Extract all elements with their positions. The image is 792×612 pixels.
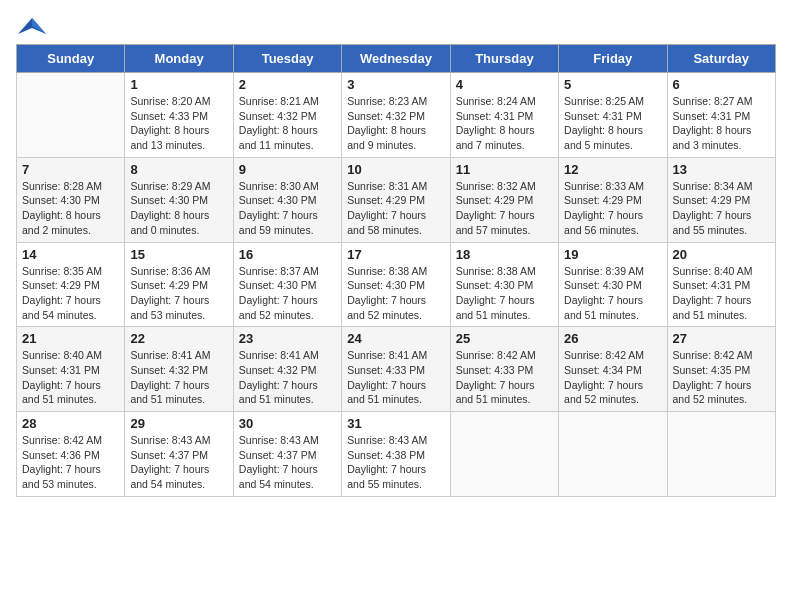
day-cell: 13Sunrise: 8:34 AMSunset: 4:29 PMDayligh…: [667, 157, 775, 242]
day-cell: 27Sunrise: 8:42 AMSunset: 4:35 PMDayligh…: [667, 327, 775, 412]
day-number: 2: [239, 77, 336, 92]
day-number: 4: [456, 77, 553, 92]
day-number: 27: [673, 331, 770, 346]
col-header-tuesday: Tuesday: [233, 45, 341, 73]
day-cell: 18Sunrise: 8:38 AMSunset: 4:30 PMDayligh…: [450, 242, 558, 327]
day-cell: 9Sunrise: 8:30 AMSunset: 4:30 PMDaylight…: [233, 157, 341, 242]
day-cell: 2Sunrise: 8:21 AMSunset: 4:32 PMDaylight…: [233, 73, 341, 158]
day-number: 5: [564, 77, 661, 92]
day-cell: 3Sunrise: 8:23 AMSunset: 4:32 PMDaylight…: [342, 73, 450, 158]
day-cell: 22Sunrise: 8:41 AMSunset: 4:32 PMDayligh…: [125, 327, 233, 412]
day-cell: 20Sunrise: 8:40 AMSunset: 4:31 PMDayligh…: [667, 242, 775, 327]
day-cell: 1Sunrise: 8:20 AMSunset: 4:33 PMDaylight…: [125, 73, 233, 158]
day-number: 25: [456, 331, 553, 346]
day-cell: 7Sunrise: 8:28 AMSunset: 4:30 PMDaylight…: [17, 157, 125, 242]
day-info: Sunrise: 8:43 AMSunset: 4:38 PMDaylight:…: [347, 433, 444, 492]
week-row-2: 7Sunrise: 8:28 AMSunset: 4:30 PMDaylight…: [17, 157, 776, 242]
day-info: Sunrise: 8:35 AMSunset: 4:29 PMDaylight:…: [22, 264, 119, 323]
day-info: Sunrise: 8:37 AMSunset: 4:30 PMDaylight:…: [239, 264, 336, 323]
day-info: Sunrise: 8:40 AMSunset: 4:31 PMDaylight:…: [22, 348, 119, 407]
day-number: 31: [347, 416, 444, 431]
day-info: Sunrise: 8:33 AMSunset: 4:29 PMDaylight:…: [564, 179, 661, 238]
week-row-4: 21Sunrise: 8:40 AMSunset: 4:31 PMDayligh…: [17, 327, 776, 412]
day-number: 28: [22, 416, 119, 431]
day-cell: 21Sunrise: 8:40 AMSunset: 4:31 PMDayligh…: [17, 327, 125, 412]
day-cell: 16Sunrise: 8:37 AMSunset: 4:30 PMDayligh…: [233, 242, 341, 327]
day-cell: 25Sunrise: 8:42 AMSunset: 4:33 PMDayligh…: [450, 327, 558, 412]
day-number: 21: [22, 331, 119, 346]
day-info: Sunrise: 8:38 AMSunset: 4:30 PMDaylight:…: [456, 264, 553, 323]
day-number: 26: [564, 331, 661, 346]
day-cell: 17Sunrise: 8:38 AMSunset: 4:30 PMDayligh…: [342, 242, 450, 327]
logo: [16, 16, 46, 34]
day-info: Sunrise: 8:31 AMSunset: 4:29 PMDaylight:…: [347, 179, 444, 238]
day-number: 17: [347, 247, 444, 262]
day-info: Sunrise: 8:20 AMSunset: 4:33 PMDaylight:…: [130, 94, 227, 153]
day-number: 11: [456, 162, 553, 177]
week-row-3: 14Sunrise: 8:35 AMSunset: 4:29 PMDayligh…: [17, 242, 776, 327]
day-number: 14: [22, 247, 119, 262]
day-info: Sunrise: 8:36 AMSunset: 4:29 PMDaylight:…: [130, 264, 227, 323]
day-cell: 5Sunrise: 8:25 AMSunset: 4:31 PMDaylight…: [559, 73, 667, 158]
week-row-5: 28Sunrise: 8:42 AMSunset: 4:36 PMDayligh…: [17, 412, 776, 497]
day-number: 24: [347, 331, 444, 346]
day-cell: [667, 412, 775, 497]
day-cell: 6Sunrise: 8:27 AMSunset: 4:31 PMDaylight…: [667, 73, 775, 158]
day-number: 12: [564, 162, 661, 177]
day-number: 3: [347, 77, 444, 92]
day-cell: 26Sunrise: 8:42 AMSunset: 4:34 PMDayligh…: [559, 327, 667, 412]
col-header-monday: Monday: [125, 45, 233, 73]
day-info: Sunrise: 8:41 AMSunset: 4:33 PMDaylight:…: [347, 348, 444, 407]
day-cell: 19Sunrise: 8:39 AMSunset: 4:30 PMDayligh…: [559, 242, 667, 327]
day-cell: [559, 412, 667, 497]
day-number: 18: [456, 247, 553, 262]
day-info: Sunrise: 8:42 AMSunset: 4:33 PMDaylight:…: [456, 348, 553, 407]
day-number: 30: [239, 416, 336, 431]
day-info: Sunrise: 8:25 AMSunset: 4:31 PMDaylight:…: [564, 94, 661, 153]
day-cell: 24Sunrise: 8:41 AMSunset: 4:33 PMDayligh…: [342, 327, 450, 412]
week-row-1: 1Sunrise: 8:20 AMSunset: 4:33 PMDaylight…: [17, 73, 776, 158]
day-info: Sunrise: 8:41 AMSunset: 4:32 PMDaylight:…: [130, 348, 227, 407]
day-info: Sunrise: 8:30 AMSunset: 4:30 PMDaylight:…: [239, 179, 336, 238]
day-info: Sunrise: 8:23 AMSunset: 4:32 PMDaylight:…: [347, 94, 444, 153]
page-header: [16, 16, 776, 34]
day-cell: [450, 412, 558, 497]
day-number: 9: [239, 162, 336, 177]
day-cell: 12Sunrise: 8:33 AMSunset: 4:29 PMDayligh…: [559, 157, 667, 242]
day-number: 10: [347, 162, 444, 177]
day-number: 7: [22, 162, 119, 177]
day-info: Sunrise: 8:43 AMSunset: 4:37 PMDaylight:…: [130, 433, 227, 492]
day-info: Sunrise: 8:34 AMSunset: 4:29 PMDaylight:…: [673, 179, 770, 238]
day-info: Sunrise: 8:40 AMSunset: 4:31 PMDaylight:…: [673, 264, 770, 323]
day-cell: 29Sunrise: 8:43 AMSunset: 4:37 PMDayligh…: [125, 412, 233, 497]
day-info: Sunrise: 8:43 AMSunset: 4:37 PMDaylight:…: [239, 433, 336, 492]
day-cell: 30Sunrise: 8:43 AMSunset: 4:37 PMDayligh…: [233, 412, 341, 497]
day-cell: 14Sunrise: 8:35 AMSunset: 4:29 PMDayligh…: [17, 242, 125, 327]
day-info: Sunrise: 8:42 AMSunset: 4:35 PMDaylight:…: [673, 348, 770, 407]
day-number: 20: [673, 247, 770, 262]
day-info: Sunrise: 8:24 AMSunset: 4:31 PMDaylight:…: [456, 94, 553, 153]
day-number: 1: [130, 77, 227, 92]
day-info: Sunrise: 8:42 AMSunset: 4:36 PMDaylight:…: [22, 433, 119, 492]
calendar-header-row: SundayMondayTuesdayWednesdayThursdayFrid…: [17, 45, 776, 73]
col-header-friday: Friday: [559, 45, 667, 73]
day-number: 22: [130, 331, 227, 346]
day-number: 19: [564, 247, 661, 262]
day-info: Sunrise: 8:32 AMSunset: 4:29 PMDaylight:…: [456, 179, 553, 238]
day-number: 29: [130, 416, 227, 431]
day-info: Sunrise: 8:29 AMSunset: 4:30 PMDaylight:…: [130, 179, 227, 238]
day-cell: 8Sunrise: 8:29 AMSunset: 4:30 PMDaylight…: [125, 157, 233, 242]
day-cell: 11Sunrise: 8:32 AMSunset: 4:29 PMDayligh…: [450, 157, 558, 242]
day-number: 8: [130, 162, 227, 177]
day-cell: 28Sunrise: 8:42 AMSunset: 4:36 PMDayligh…: [17, 412, 125, 497]
col-header-wednesday: Wednesday: [342, 45, 450, 73]
day-cell: 4Sunrise: 8:24 AMSunset: 4:31 PMDaylight…: [450, 73, 558, 158]
day-info: Sunrise: 8:41 AMSunset: 4:32 PMDaylight:…: [239, 348, 336, 407]
day-number: 15: [130, 247, 227, 262]
day-number: 6: [673, 77, 770, 92]
day-info: Sunrise: 8:28 AMSunset: 4:30 PMDaylight:…: [22, 179, 119, 238]
logo-bird-icon: [18, 16, 46, 38]
day-cell: 23Sunrise: 8:41 AMSunset: 4:32 PMDayligh…: [233, 327, 341, 412]
day-info: Sunrise: 8:21 AMSunset: 4:32 PMDaylight:…: [239, 94, 336, 153]
day-info: Sunrise: 8:27 AMSunset: 4:31 PMDaylight:…: [673, 94, 770, 153]
